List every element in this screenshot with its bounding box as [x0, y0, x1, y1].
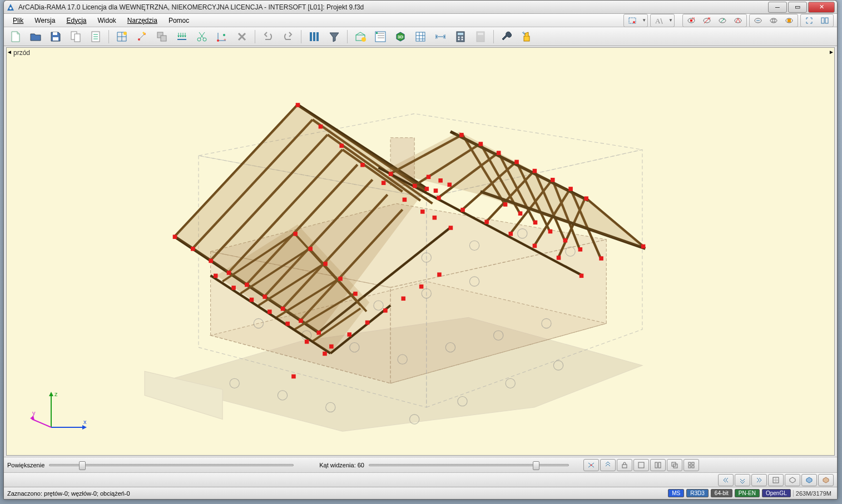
- svg-rect-156: [533, 169, 537, 173]
- tree-view-icon[interactable]: [372, 29, 389, 44]
- view-up-icon[interactable]: [600, 459, 616, 471]
- maximize-button[interactable]: ▭: [788, 2, 807, 13]
- svg-rect-130: [339, 144, 344, 148]
- svg-point-56: [462, 36, 463, 38]
- new-file-icon[interactable]: [7, 29, 24, 44]
- copy-tool-icon[interactable]: [153, 29, 170, 44]
- zoom-slider[interactable]: [49, 464, 294, 466]
- svg-rect-20: [53, 32, 57, 35]
- svg-rect-145: [347, 332, 351, 337]
- filter-icon[interactable]: [326, 29, 343, 44]
- svg-rect-171: [460, 208, 465, 212]
- show-profiles-icon[interactable]: [731, 15, 745, 26]
- dropdown-caret-icon[interactable]: ▼: [642, 18, 646, 23]
- sections-icon[interactable]: [306, 29, 323, 44]
- fov-slider[interactable]: [369, 464, 569, 466]
- redo-icon[interactable]: [280, 29, 296, 44]
- generator-icon[interactable]: [352, 29, 369, 44]
- svg-point-37: [217, 39, 219, 42]
- svg-rect-23: [75, 34, 80, 42]
- svg-point-58: [462, 38, 463, 40]
- svg-text:N: N: [692, 17, 695, 20]
- window-quad-icon[interactable]: [683, 459, 699, 471]
- view-toggles-2: [749, 14, 798, 27]
- menu-edycja[interactable]: Edycja: [62, 16, 91, 26]
- titlebar: ArCADia-RAMA 17.0 Licencja dla WEWNĘTRZN…: [4, 1, 837, 14]
- svg-rect-49: [376, 32, 378, 34]
- page-setup-icon[interactable]: [67, 29, 84, 44]
- svg-rect-134: [425, 187, 429, 191]
- menubar: Plik Wersja Edycja Widok Narzędzia Pomoc…: [4, 14, 837, 27]
- text-tool-group: A ▼: [650, 14, 675, 27]
- view-grid-icon[interactable]: [766, 15, 781, 26]
- view-layers-icon[interactable]: [782, 15, 796, 26]
- coordinate-tool-icon[interactable]: +: [214, 29, 230, 44]
- svg-rect-133: [403, 198, 407, 202]
- settings-icon[interactable]: [498, 29, 515, 44]
- dimension-settings-icon[interactable]: [432, 29, 449, 44]
- open-file-icon[interactable]: [27, 29, 44, 44]
- minimize-button[interactable]: ─: [768, 2, 787, 13]
- viewport[interactable]: ◄ przód ►: [6, 47, 835, 456]
- undo-icon[interactable]: [260, 29, 276, 44]
- mode-textured-icon[interactable]: [818, 474, 834, 486]
- window-tile-icon[interactable]: [650, 459, 666, 471]
- svg-rect-176: [580, 274, 584, 278]
- show-nodes-icon[interactable]: N: [684, 15, 699, 26]
- svg-rect-189: [291, 375, 296, 379]
- grid-tool-icon[interactable]: [113, 29, 130, 44]
- lock-icon[interactable]: [617, 459, 632, 471]
- svg-rect-161: [518, 211, 523, 216]
- show-arrows-icon[interactable]: [715, 15, 730, 26]
- window-single-icon[interactable]: [633, 459, 649, 471]
- cleanup-icon[interactable]: [518, 29, 535, 44]
- save-file-icon[interactable]: [47, 29, 64, 44]
- menu-plik[interactable]: Plik: [8, 16, 28, 26]
- 3d-view-icon[interactable]: 3D: [392, 29, 409, 44]
- view-back-icon[interactable]: [751, 15, 765, 26]
- svg-rect-188: [323, 352, 327, 356]
- svg-rect-179: [250, 298, 254, 302]
- svg-line-31: [139, 34, 145, 39]
- svg-rect-139: [245, 283, 249, 287]
- menu-narzedzia[interactable]: Narzędzia: [123, 16, 162, 26]
- menu-wersja[interactable]: Wersja: [30, 16, 60, 26]
- table-icon[interactable]: [412, 29, 429, 44]
- svg-point-2: [633, 21, 635, 23]
- view-x-icon[interactable]: [583, 459, 599, 471]
- window-cascade-icon[interactable]: [667, 459, 682, 471]
- close-button[interactable]: ✕: [808, 2, 835, 13]
- svg-rect-195: [433, 216, 437, 220]
- node-tool-icon[interactable]: [133, 29, 150, 44]
- mode-wire-icon[interactable]: [768, 474, 784, 486]
- zoom-label: Powiększenie: [7, 462, 44, 468]
- show-dimensions-icon[interactable]: N: [700, 15, 714, 26]
- cut-tool-icon[interactable]: [194, 29, 210, 44]
- load-tool-icon[interactable]: [174, 29, 190, 44]
- svg-rect-132: [382, 181, 386, 185]
- statusbar: Zaznaczono: prętów-0; węzłów-0; obciążeń…: [4, 487, 837, 499]
- calculator-icon[interactable]: [452, 29, 469, 44]
- delete-icon[interactable]: [234, 29, 250, 44]
- nav-last-icon[interactable]: [751, 474, 767, 486]
- svg-point-28: [123, 32, 127, 35]
- svg-rect-151: [449, 226, 453, 230]
- select-partial-icon[interactable]: [625, 15, 640, 26]
- svg-rect-131: [360, 163, 365, 167]
- text-tool-icon[interactable]: A: [652, 15, 666, 26]
- mode-hidden-icon[interactable]: [785, 474, 800, 486]
- menu-widok[interactable]: Widok: [93, 16, 121, 26]
- svg-rect-167: [641, 244, 646, 249]
- split-view-icon[interactable]: [818, 15, 832, 26]
- nav-down-icon[interactable]: [735, 474, 750, 486]
- nav-first-icon[interactable]: [718, 474, 734, 486]
- svg-rect-141: [281, 307, 285, 311]
- fullscreen-icon[interactable]: [802, 15, 816, 26]
- dropdown-caret-icon[interactable]: ▼: [668, 18, 673, 23]
- svg-point-0: [9, 7, 12, 9]
- menu-pomoc[interactable]: Pomoc: [164, 16, 194, 26]
- bottom-controls: Powiększenie Kąt widzenia: 60: [4, 457, 837, 472]
- mode-shaded-icon[interactable]: [801, 474, 817, 486]
- svg-rect-194: [420, 209, 425, 214]
- report-icon[interactable]: [87, 29, 104, 44]
